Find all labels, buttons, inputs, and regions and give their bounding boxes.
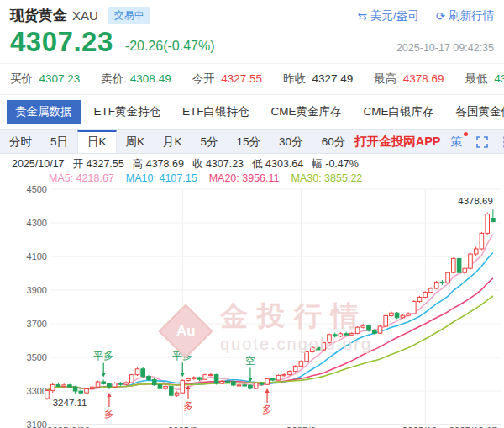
data-tab[interactable]: 各国黄金储备 bbox=[448, 100, 504, 124]
instrument-symbol: XAU bbox=[72, 8, 98, 23]
period-tab[interactable]: 30分 bbox=[270, 130, 312, 153]
period-tab[interactable]: 5日 bbox=[41, 130, 77, 153]
period-tab[interactable]: 日K bbox=[77, 130, 117, 153]
period-tab[interactable]: 月K bbox=[154, 130, 192, 153]
data-tab[interactable]: ETF黄金持仓 bbox=[86, 100, 170, 124]
chart-period-bar: 分时5日日K周K月K5分15分30分60分 打开金投网APP 策 ⋮ bbox=[0, 129, 504, 154]
quote-item: 今开: 4327.55 bbox=[192, 71, 262, 87]
notification-dot bbox=[464, 132, 468, 136]
svg-text:3900: 3900 bbox=[27, 285, 47, 295]
refresh-icon: ⟳ bbox=[436, 9, 445, 23]
strategy-button[interactable]: 策 bbox=[451, 135, 466, 150]
svg-text:3300: 3300 bbox=[27, 386, 47, 396]
quote-item: 买价: 4307.23 bbox=[10, 71, 80, 87]
quote-item: 最高: 4378.69 bbox=[374, 71, 444, 87]
candlestick-chart[interactable]: 310033003500370039004100430045002025/6/3… bbox=[0, 184, 504, 428]
svg-text:多: 多 bbox=[183, 400, 193, 412]
period-tab[interactable]: 15分 bbox=[228, 130, 270, 153]
data-category-tabs: 贵金属数据ETF黄金持仓ETF白银持仓CME黄金库存CME白银库存各国黄金储备 bbox=[0, 95, 504, 127]
instrument-title: 现货黄金 bbox=[10, 6, 67, 25]
price-change: -20.26(-0.47%) bbox=[125, 39, 215, 54]
quote-summary-bar: 买价: 4307.23卖价: 4308.49今开: 4327.55昨收: 432… bbox=[0, 63, 504, 95]
swap-arrows-icon: ⇆ bbox=[358, 9, 367, 23]
svg-text:4100: 4100 bbox=[27, 251, 47, 262]
more-options-icon[interactable]: ⋮ bbox=[498, 135, 504, 149]
current-price: 4307.23 bbox=[10, 28, 113, 55]
svg-text:3100: 3100 bbox=[27, 420, 47, 428]
svg-text:4500: 4500 bbox=[27, 184, 47, 194]
trading-status-badge: 交易中 bbox=[108, 7, 150, 24]
svg-text:4378.69: 4378.69 bbox=[458, 196, 493, 206]
period-tab[interactable]: 周K bbox=[117, 130, 155, 153]
period-tab[interactable]: 60分 bbox=[312, 130, 355, 153]
open-app-button[interactable]: 打开金投网APP bbox=[354, 134, 440, 150]
data-tab[interactable]: CME黄金库存 bbox=[263, 100, 350, 124]
data-tab[interactable]: 贵金属数据 bbox=[7, 100, 81, 124]
data-tab[interactable]: ETF白银持仓 bbox=[174, 100, 258, 124]
quote-timestamp: 2025-10-17 09:42:35 bbox=[396, 42, 494, 54]
svg-text:4300: 4300 bbox=[27, 218, 47, 228]
quote-header: 现货黄金 XAU 交易中 ⇆美元/盎司 ⟳刷新行情 4307.23 -20.26… bbox=[0, 0, 504, 59]
svg-text:3700: 3700 bbox=[27, 319, 47, 329]
svg-text:3500: 3500 bbox=[27, 352, 47, 362]
ohlc-info-line: 2025/10/17开 4327.55高 4378.69收 4307.23低 4… bbox=[0, 154, 504, 172]
chart-panel: 2025/10/17开 4327.55高 4378.69收 4307.23低 4… bbox=[0, 154, 504, 428]
period-tabs: 分时5日日K周K月K5分15分30分60分 bbox=[0, 130, 354, 153]
unit-switch-link[interactable]: ⇆美元/盎司 bbox=[358, 8, 419, 24]
svg-text:多: 多 bbox=[262, 404, 272, 415]
quote-item: 卖价: 4308.49 bbox=[101, 71, 171, 87]
quote-item: 昨收: 4327.49 bbox=[283, 71, 353, 87]
quote-item: 最低: 4303.64 bbox=[465, 71, 504, 87]
svg-text:平多: 平多 bbox=[93, 350, 113, 362]
data-tab[interactable]: CME白银库存 bbox=[355, 100, 443, 124]
ma-legend: MA5: 4218.67MA10: 4107.15MA20: 3956.11MA… bbox=[0, 172, 504, 184]
svg-text:3247.11: 3247.11 bbox=[53, 398, 87, 408]
period-tab[interactable]: 5分 bbox=[192, 130, 228, 153]
svg-text:平多: 平多 bbox=[172, 350, 192, 362]
svg-text:多: 多 bbox=[104, 408, 114, 420]
svg-text:空: 空 bbox=[245, 355, 255, 367]
period-tab[interactable]: 分时 bbox=[0, 130, 41, 153]
refresh-quotes-link[interactable]: ⟳刷新行情 bbox=[436, 8, 494, 24]
fullscreen-icon[interactable] bbox=[476, 136, 488, 148]
